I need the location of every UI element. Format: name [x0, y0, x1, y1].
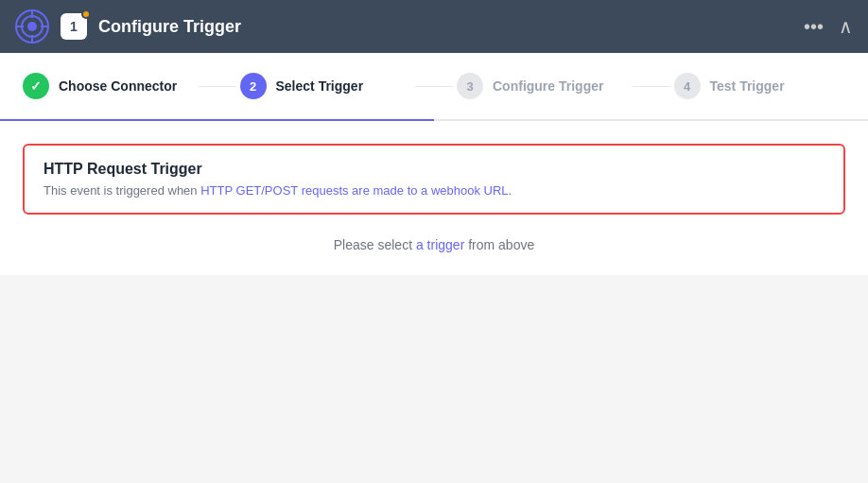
steps-bar: ✓ Choose Connector 2 Select Trigger 3 Co…: [0, 53, 868, 121]
main-content: HTTP Request Trigger This event is trigg…: [0, 121, 868, 275]
prompt-text-before: Please select: [334, 237, 416, 252]
header-left: 1 Configure Trigger: [15, 9, 241, 43]
prompt-text-after: from above: [464, 237, 534, 252]
step-1-label: Choose Connector: [59, 78, 177, 94]
step-divider-2: [415, 86, 453, 87]
collapse-icon[interactable]: ∧: [839, 15, 853, 38]
trigger-card-title: HTTP Request Trigger: [43, 161, 825, 178]
header-title: Configure Trigger: [98, 17, 241, 37]
trigger-card[interactable]: HTTP Request Trigger This event is trigg…: [23, 144, 845, 215]
trigger-desc-highlight: HTTP GET/POST requests are made to a web…: [200, 183, 508, 198]
badge-notification-dot: [81, 9, 91, 19]
step-1-circle: ✓: [23, 73, 49, 99]
trigger-card-description: This event is triggered when HTTP GET/PO…: [43, 183, 825, 198]
step-3-configure-trigger[interactable]: 3 Configure Trigger: [457, 73, 629, 99]
step-4-circle: 4: [674, 73, 701, 99]
step-1-choose-connector[interactable]: ✓ Choose Connector: [23, 73, 195, 99]
trigger-desc-before: This event is triggered when: [43, 183, 200, 198]
prompt-trigger-link[interactable]: a trigger: [416, 237, 464, 252]
step-3-circle: 3: [457, 73, 483, 99]
svg-point-2: [27, 22, 37, 31]
step-4-test-trigger[interactable]: 4 Test Trigger: [674, 73, 846, 99]
check-icon: ✓: [30, 78, 42, 94]
step-2-select-trigger[interactable]: 2 Select Trigger: [240, 73, 412, 99]
step-divider-1: [199, 86, 236, 87]
step-badge-wrapper: 1: [61, 13, 87, 40]
app-logo-icon: [15, 9, 49, 43]
step-4-label: Test Trigger: [710, 78, 785, 94]
step-divider-3: [633, 86, 670, 87]
header-right: ••• ∧: [804, 15, 853, 38]
header: 1 Configure Trigger ••• ∧: [0, 0, 868, 53]
step-2-circle: 2: [240, 73, 267, 99]
step-2-label: Select Trigger: [276, 78, 364, 94]
more-options-icon[interactable]: •••: [804, 16, 824, 38]
trigger-desc-after: .: [509, 183, 512, 198]
step-3-label: Configure Trigger: [493, 78, 603, 94]
select-trigger-prompt: Please select a trigger from above: [23, 237, 845, 252]
